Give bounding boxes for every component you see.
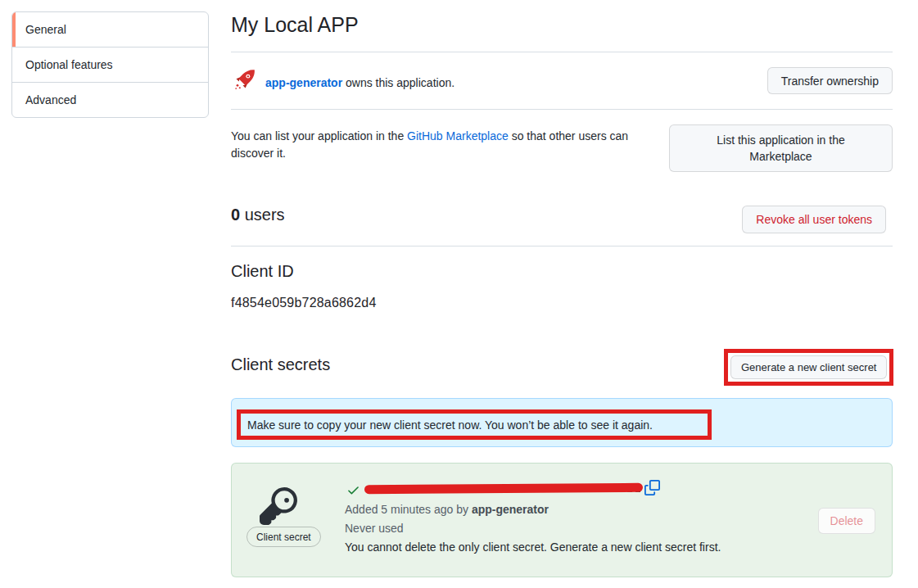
divider	[231, 109, 893, 110]
flash-notice: Make sure to copy your new client secret…	[231, 398, 893, 447]
users-count-line: 0 users	[231, 206, 285, 224]
secret-added-line: Added 5 minutes ago by app-generator	[345, 501, 549, 518]
client-id-heading: Client ID	[231, 262, 294, 281]
rocket-avatar-icon	[233, 67, 257, 95]
marketplace-text-before: You can list your application in the	[231, 129, 407, 142]
oauth-app-settings-page: General Optional features Advanced My Lo…	[0, 0, 918, 588]
users-label: users	[240, 206, 284, 224]
client-secret-card: Client secret Added 5 minutes ago by app…	[231, 463, 893, 577]
annotation-box-flash-message: Make sure to copy your new client secret…	[237, 409, 712, 440]
revoke-all-user-tokens-button[interactable]: Revoke all user tokens	[742, 206, 886, 233]
divider	[231, 52, 893, 52]
owner-link[interactable]: app-generator	[265, 76, 342, 89]
github-marketplace-link[interactable]: GitHub Marketplace	[407, 129, 509, 142]
added-by-name: app-generator	[472, 503, 549, 516]
client-secret-badge: Client secret	[246, 527, 321, 547]
secret-cannot-delete-line: You cannot delete the only client secret…	[345, 539, 721, 555]
sidebar-item-advanced[interactable]: Advanced	[12, 83, 208, 117]
redacted-secret-value	[364, 483, 643, 495]
check-icon	[346, 483, 360, 500]
client-id-value: f4854e059b728a6862d4	[231, 296, 377, 310]
client-secrets-heading: Client secrets	[231, 355, 330, 374]
settings-sidebar: General Optional features Advanced	[11, 11, 209, 118]
divider	[231, 246, 893, 247]
page-title: My Local APP	[231, 13, 359, 37]
flash-message-text: Make sure to copy your new client secret…	[241, 418, 653, 432]
transfer-ownership-button[interactable]: Transfer ownership	[767, 67, 893, 94]
secret-never-used-line: Never used	[345, 520, 404, 536]
sidebar-item-general[interactable]: General	[12, 12, 208, 47]
generate-client-secret-button[interactable]: Generate a new client secret	[730, 355, 887, 379]
users-count: 0	[231, 206, 240, 224]
main-content: My Local APP app-generator owns this app…	[231, 0, 893, 588]
sidebar-item-optional-features[interactable]: Optional features	[12, 47, 208, 83]
delete-secret-button[interactable]: Delete	[818, 508, 875, 534]
owner-line-text: owns this application.	[342, 76, 454, 89]
marketplace-text: You can list your application in the Git…	[231, 128, 670, 162]
annotation-box-generate-button: Generate a new client secret	[724, 349, 893, 386]
added-text: Added 5 minutes ago by	[345, 503, 472, 516]
list-in-marketplace-button[interactable]: List this application in the Marketplace	[669, 124, 893, 172]
key-icon	[260, 487, 297, 528]
redaction-marker	[364, 483, 643, 494]
owner-line: app-generator owns this application.	[265, 75, 454, 91]
copy-icon[interactable]	[644, 480, 660, 499]
